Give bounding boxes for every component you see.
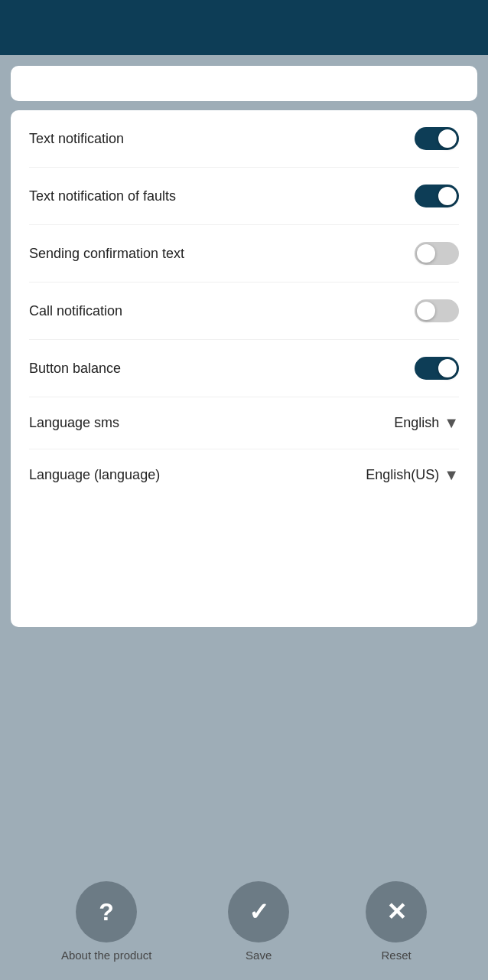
toggle-thumb-text-notification [438, 129, 457, 148]
setting-row-text-notification: Text notification [29, 110, 459, 168]
dropdown-value-language-sms: English [394, 415, 439, 431]
toggle-call-notification[interactable] [415, 299, 459, 322]
bottom-circle-save: ✓ [228, 881, 289, 942]
toggle-thumb-sending-confirmation-text [417, 244, 435, 263]
main-area: Text notificationText notification of fa… [0, 55, 488, 866]
bottom-label-save: Save [246, 949, 272, 962]
setting-row-call-notification: Call notification [29, 283, 459, 340]
product-card [11, 66, 477, 101]
bottom-circle-reset: ✕ [366, 881, 427, 942]
dropdown-language-language[interactable]: English(US)▼ [366, 466, 459, 484]
dropdown-value-language-language: English(US) [366, 467, 439, 483]
setting-row-button-balance: Button balance [29, 340, 459, 397]
setting-label-text-notification-faults: Text notification of faults [29, 188, 176, 204]
bottom-bar: ?About the product✓Save✕Reset [0, 866, 488, 980]
header [0, 0, 488, 55]
setting-label-button-balance: Button balance [29, 361, 121, 377]
bottom-circle-about: ? [76, 881, 137, 942]
bottom-button-save[interactable]: ✓Save [228, 881, 289, 962]
setting-label-sending-confirmation-text: Sending confirmation text [29, 246, 184, 262]
toggle-thumb-button-balance [438, 359, 457, 377]
bottom-label-reset: Reset [381, 949, 411, 962]
chevron-down-icon: ▼ [444, 414, 459, 432]
bottom-button-about[interactable]: ?About the product [61, 881, 151, 962]
close-icon: ✕ [386, 900, 407, 924]
setting-label-language-language: Language (language) [29, 467, 160, 483]
toggle-thumb-text-notification-faults [438, 187, 457, 205]
setting-row-language-language: Language (language)English(US)▼ [29, 449, 459, 501]
setting-label-text-notification: Text notification [29, 131, 124, 147]
question-icon: ? [99, 900, 114, 924]
settings-card: Text notificationText notification of fa… [11, 110, 477, 627]
toggle-sending-confirmation-text[interactable] [415, 242, 459, 265]
dropdown-language-sms[interactable]: English▼ [394, 414, 459, 432]
setting-label-language-sms: Language sms [29, 415, 119, 431]
toggle-button-balance[interactable] [415, 357, 459, 380]
toggle-text-notification-faults[interactable] [415, 185, 459, 207]
bottom-label-about: About the product [61, 949, 151, 962]
setting-label-call-notification: Call notification [29, 303, 122, 319]
setting-row-language-sms: Language smsEnglish▼ [29, 397, 459, 449]
toggle-text-notification[interactable] [415, 127, 459, 150]
toggle-thumb-call-notification [417, 302, 435, 320]
product-header [11, 66, 477, 101]
setting-row-sending-confirmation-text: Sending confirmation text [29, 225, 459, 283]
chevron-down-icon: ▼ [444, 466, 459, 484]
setting-row-text-notification-faults: Text notification of faults [29, 168, 459, 225]
checkmark-icon: ✓ [249, 900, 269, 924]
bottom-button-reset[interactable]: ✕Reset [366, 881, 427, 962]
